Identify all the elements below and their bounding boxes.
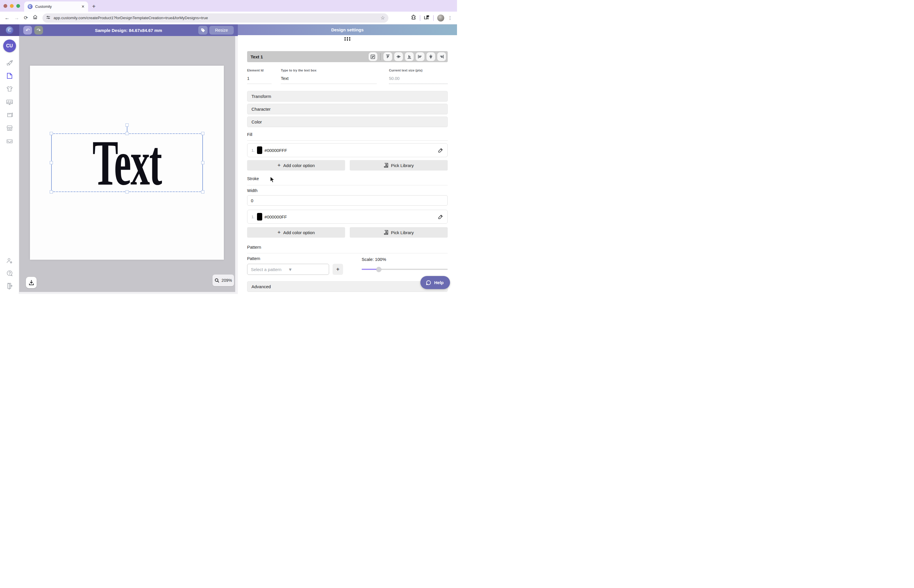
stroke-color-row[interactable]: 1. #000000FF: [247, 210, 448, 224]
stroke-width-input[interactable]: [247, 195, 448, 206]
zoom-level: 209%: [222, 278, 232, 283]
pattern-select[interactable]: Select a pattern ▼: [247, 264, 329, 275]
pick-stroke-library-button[interactable]: Pick Library: [350, 227, 448, 237]
new-tab-button[interactable]: +: [92, 3, 96, 11]
resize-handle-top-right[interactable]: [201, 132, 204, 135]
customily-logo[interactable]: C: [0, 24, 19, 36]
divider: [420, 15, 420, 21]
reload-icon[interactable]: ⟳: [24, 15, 28, 21]
section-character[interactable]: Character: [247, 104, 448, 114]
tag-button[interactable]: [198, 26, 207, 35]
resize-button[interactable]: Resize: [209, 26, 234, 35]
resize-handle-bottom-right[interactable]: [201, 190, 204, 194]
fill-label: Fill: [247, 132, 448, 137]
fill-color-swatch[interactable]: [257, 146, 262, 154]
resize-handle-bottom-left[interactable]: [50, 190, 53, 194]
align-right-icon[interactable]: [437, 52, 446, 61]
text-element[interactable]: Text: [52, 134, 203, 191]
browser-tab[interactable]: C Customily ✕: [24, 2, 88, 11]
magnifier-icon: [214, 278, 219, 283]
resize-handle-left[interactable]: [50, 161, 53, 165]
browser-actions: ⋮: [411, 15, 452, 21]
fill-color-index: 1.: [251, 148, 254, 152]
rotate-handle[interactable]: [126, 123, 129, 127]
home-icon[interactable]: [32, 15, 38, 21]
text-element-selection[interactable]: Text: [51, 133, 203, 192]
profile-avatar[interactable]: [437, 15, 444, 21]
stroke-color-hex: #000000FF: [264, 215, 287, 219]
plus-icon: +: [277, 229, 280, 236]
undo-button[interactable]: ↶: [23, 26, 32, 35]
section-color[interactable]: Color: [247, 116, 448, 127]
design-canvas[interactable]: Text: [19, 36, 238, 294]
minimize-window-button[interactable]: [10, 4, 14, 8]
stroke-width-label: Width: [247, 188, 448, 193]
library-book-icon: [384, 230, 388, 235]
resize-handle-right[interactable]: [201, 161, 204, 165]
edit-stroke-color-icon[interactable]: [438, 214, 443, 220]
left-sidebar: C CU: [0, 24, 19, 294]
rocket-icon[interactable]: [5, 59, 14, 67]
align-top-icon[interactable]: [384, 52, 392, 61]
design-settings-panel: Design settings Text 1: [238, 24, 457, 294]
redo-button[interactable]: ↷: [34, 26, 43, 35]
align-bottom-icon[interactable]: [405, 52, 414, 61]
pattern-scale-slider[interactable]: [361, 269, 448, 270]
maximize-window-button[interactable]: [16, 4, 20, 8]
pattern-select-placeholder: Select a pattern: [251, 267, 288, 272]
help-icon[interactable]: [5, 269, 14, 278]
align-left-icon[interactable]: [416, 52, 425, 61]
tab-close-icon[interactable]: ✕: [81, 4, 84, 9]
tab-title: Customily: [35, 4, 79, 9]
section-transform[interactable]: Transform: [247, 91, 448, 102]
add-pattern-button[interactable]: +: [332, 264, 343, 275]
add-stroke-color-button[interactable]: +Add color option: [247, 227, 345, 237]
extensions-icon[interactable]: [411, 15, 416, 21]
plus-icon: +: [277, 162, 280, 168]
section-advanced[interactable]: Advanced: [247, 281, 448, 292]
help-button[interactable]: Help: [420, 276, 450, 289]
pages-icon[interactable]: [5, 111, 14, 119]
site-info-icon[interactable]: [46, 15, 50, 21]
resize-handle-top-left[interactable]: [50, 132, 53, 135]
close-window-button[interactable]: [3, 4, 7, 8]
slider-thumb[interactable]: [376, 267, 381, 272]
bookmark-star-icon[interactable]: ☆: [381, 15, 385, 21]
align-horizontal-center-icon[interactable]: [426, 52, 435, 61]
pattern-scale-label: Scale: 100%: [361, 257, 448, 262]
resize-handle-bottom[interactable]: [126, 190, 129, 194]
zoom-control[interactable]: 209%: [212, 275, 234, 286]
browser-menu-icon[interactable]: ⋮: [448, 15, 452, 21]
browser-tabstrip: C Customily ✕ +: [0, 0, 457, 11]
products-tshirt-icon[interactable]: [5, 85, 14, 93]
chevron-down-icon: ▼: [288, 267, 325, 272]
logout-icon[interactable]: [5, 282, 14, 290]
search-tabs-icon[interactable]: [424, 15, 429, 21]
canvas-vertical-scrollbar[interactable]: [235, 36, 238, 294]
resize-handle-top[interactable]: [126, 132, 129, 135]
textbox-field[interactable]: Text: [281, 72, 377, 84]
url-text: app.customily.com/createProduct1?forDesi…: [53, 16, 378, 20]
user-settings-icon[interactable]: [5, 257, 14, 265]
account-avatar[interactable]: CU: [3, 39, 16, 52]
canvas-horizontal-scrollbar[interactable]: [19, 292, 235, 294]
address-bar[interactable]: app.customily.com/createProduct1?forDesi…: [42, 13, 388, 23]
download-button[interactable]: [26, 277, 37, 288]
panel-header: Design settings: [238, 24, 457, 35]
fill-color-row[interactable]: 1. #00000FFF: [247, 143, 448, 157]
align-vertical-center-icon[interactable]: [394, 52, 403, 61]
store-icon[interactable]: [5, 124, 14, 132]
inbox-icon[interactable]: [5, 137, 14, 145]
element-id-field[interactable]: 1: [247, 72, 272, 84]
edit-fill-color-icon[interactable]: [438, 148, 443, 153]
designs-file-icon[interactable]: [5, 72, 14, 80]
fit-element-icon[interactable]: [369, 52, 378, 61]
back-icon[interactable]: ←: [5, 15, 10, 21]
element-header-bar[interactable]: Text 1: [247, 51, 448, 62]
add-fill-color-button[interactable]: +Add color option: [247, 160, 345, 171]
mockups-monitor-icon[interactable]: [5, 98, 14, 106]
pick-fill-library-button[interactable]: Pick Library: [350, 160, 448, 171]
stroke-color-swatch[interactable]: [257, 213, 262, 221]
drag-handle-icon[interactable]: [344, 37, 351, 41]
forward-icon[interactable]: →: [14, 15, 19, 21]
